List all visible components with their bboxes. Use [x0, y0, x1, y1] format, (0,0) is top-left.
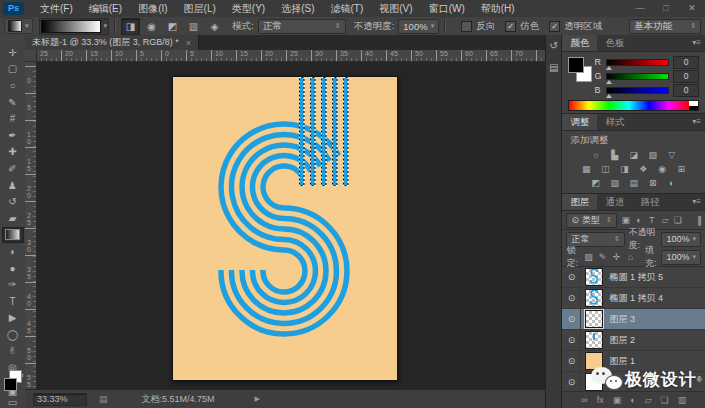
- workspace-switcher[interactable]: 基本功能 ⇕: [629, 19, 701, 34]
- adjustment-icon[interactable]: ◉: [655, 162, 669, 175]
- new-layer-icon[interactable]: ❏: [661, 395, 669, 405]
- eye-icon[interactable]: ⊙: [568, 356, 576, 366]
- zoom-level-field[interactable]: 33.33%: [33, 393, 87, 406]
- filter-toggle-icon[interactable]: ▐: [695, 216, 701, 225]
- blur-tool[interactable]: ◗: [2, 243, 24, 260]
- menu-item[interactable]: 图像(I): [130, 0, 175, 17]
- tab-adjustments[interactable]: 调整: [562, 114, 597, 130]
- layer-row[interactable]: ⊙椭圆 1 拷贝 5: [562, 267, 705, 288]
- history-brush-tool[interactable]: ↺: [2, 193, 24, 210]
- minimize-button[interactable]: —: [627, 0, 653, 17]
- visibility-cell[interactable]: ⊙: [562, 351, 581, 371]
- shape-tool[interactable]: ◯: [2, 326, 24, 343]
- gradient-editor-button[interactable]: ▾: [39, 18, 110, 35]
- layer-thumbnail[interactable]: [585, 289, 603, 307]
- channel-value-field[interactable]: 0: [673, 84, 699, 97]
- eye-icon[interactable]: ⊙: [568, 314, 576, 324]
- canvas-viewport[interactable]: 2520151050510152025303540455055606570 05…: [25, 50, 545, 389]
- checkbox-box[interactable]: ✓: [549, 21, 560, 32]
- menu-item[interactable]: 图层(L): [176, 0, 224, 17]
- channel-slider[interactable]: [606, 59, 669, 66]
- gradient-tool[interactable]: [2, 227, 24, 244]
- crop-tool[interactable]: #: [2, 110, 24, 127]
- opacity-select[interactable]: 100% ▾: [398, 19, 439, 34]
- adjustment-icon[interactable]: ▙: [608, 148, 622, 161]
- clone-stamp-tool[interactable]: ♟: [2, 177, 24, 194]
- adjustment-icon[interactable]: ◨: [617, 162, 631, 175]
- adjustment-icon[interactable]: ▨: [608, 176, 622, 189]
- lock-icon[interactable]: ✎: [597, 252, 608, 262]
- channel-slider[interactable]: [606, 73, 669, 80]
- move-tool[interactable]: ✛: [2, 44, 24, 61]
- visibility-cell[interactable]: ⊙: [562, 288, 581, 308]
- layer-thumbnail[interactable]: [585, 268, 603, 286]
- adjustment-icon[interactable]: ⊞: [674, 162, 688, 175]
- adjustment-layer-icon[interactable]: ◐: [630, 395, 635, 405]
- menu-item[interactable]: 编辑(E): [81, 0, 130, 17]
- adjustment-icon[interactable]: ☼: [589, 148, 603, 161]
- angle-gradient-icon[interactable]: ◩: [163, 18, 182, 35]
- status-options-arrow[interactable]: ▶: [255, 395, 260, 403]
- foreground-color-swatch[interactable]: [4, 378, 17, 391]
- tool-preset-picker[interactable]: ▾: [4, 18, 33, 34]
- channel-value-field[interactable]: 0: [673, 56, 699, 69]
- menu-item[interactable]: 选择(S): [273, 0, 322, 17]
- menu-item[interactable]: 文件(F): [32, 0, 81, 17]
- adjustment-icon[interactable]: ◐: [665, 176, 679, 189]
- filter-kind-icon[interactable]: ◐: [633, 214, 645, 226]
- lock-icon[interactable]: ▨: [583, 252, 594, 262]
- adjustment-icon[interactable]: ▦: [579, 162, 593, 175]
- adjustment-icon[interactable]: ◫: [598, 162, 612, 175]
- properties-panel-icon[interactable]: ▤: [547, 60, 561, 74]
- checkbox-box[interactable]: [461, 21, 472, 32]
- type-tool[interactable]: T: [2, 293, 24, 310]
- panel-grip[interactable]: ∙∙: [11, 36, 15, 42]
- layer-row[interactable]: ⊙椭圆 1 拷贝 4: [562, 288, 705, 309]
- layer-mask-icon[interactable]: ▣: [613, 395, 622, 405]
- tab-color[interactable]: 颜色: [562, 35, 597, 51]
- diamond-gradient-icon[interactable]: ◈: [205, 18, 224, 35]
- adjustment-icon[interactable]: ◪: [627, 148, 641, 161]
- menu-item[interactable]: 帮助(H): [473, 0, 523, 17]
- hand-tool[interactable]: ✌: [2, 343, 24, 360]
- menu-item[interactable]: 窗口(W): [421, 0, 473, 17]
- filter-kind-icon[interactable]: ▱: [659, 214, 671, 226]
- close-button[interactable]: ✕: [679, 0, 705, 17]
- checkbox-box[interactable]: ✓: [505, 21, 516, 32]
- screen-mode-button[interactable]: ▭: [2, 397, 24, 408]
- color-spectrum-ramp[interactable]: [568, 100, 699, 111]
- menu-item[interactable]: 滤镜(T): [323, 0, 372, 17]
- layer-thumbnail[interactable]: [585, 310, 603, 328]
- history-panel-icon[interactable]: ↺: [547, 38, 561, 52]
- panel-menu-icon[interactable]: ▾≡: [692, 114, 705, 130]
- filter-kind-icon[interactable]: ▣: [620, 214, 632, 226]
- pen-tool[interactable]: ✑: [2, 276, 24, 293]
- layer-opacity-select[interactable]: 100% ▾: [661, 232, 701, 247]
- marquee-tool[interactable]: ▢: [2, 61, 24, 78]
- checkbox-透明区域[interactable]: ✓透明区域: [549, 20, 602, 33]
- panel-menu-icon[interactable]: ▾≡: [692, 35, 705, 51]
- eye-icon[interactable]: ⊙: [568, 335, 576, 345]
- tab-layers[interactable]: 图层: [562, 194, 597, 210]
- slider-knob-icon[interactable]: [606, 66, 612, 70]
- slider-knob-icon[interactable]: [606, 80, 612, 84]
- eye-icon[interactable]: ⊙: [568, 377, 576, 387]
- slider-knob-icon[interactable]: [606, 94, 612, 98]
- eyedropper-tool[interactable]: ✒: [2, 127, 24, 144]
- channel-slider[interactable]: [606, 87, 669, 94]
- adjustment-icon[interactable]: ▤: [627, 176, 641, 189]
- menu-item[interactable]: 类型(Y): [224, 0, 273, 17]
- visibility-cell[interactable]: ⊙: [562, 309, 581, 329]
- eraser-tool[interactable]: ▰: [2, 210, 24, 227]
- layer-group-icon[interactable]: ▱: [645, 395, 652, 405]
- adjustment-icon[interactable]: ❖: [636, 162, 650, 175]
- visibility-cell[interactable]: ⊙: [562, 372, 581, 391]
- checkbox-仿色[interactable]: ✓仿色: [505, 20, 539, 33]
- vertical-ruler[interactable]: 0510152025303540455055: [25, 61, 37, 389]
- adjustment-icon[interactable]: ▽: [665, 148, 679, 161]
- adjustment-icon[interactable]: ◩: [589, 176, 603, 189]
- eye-icon[interactable]: ⊙: [568, 293, 576, 303]
- panel-menu-icon[interactable]: ▾≡: [692, 194, 705, 210]
- filter-kind-icon[interactable]: T: [646, 214, 658, 226]
- artboard-poster[interactable]: [172, 76, 398, 381]
